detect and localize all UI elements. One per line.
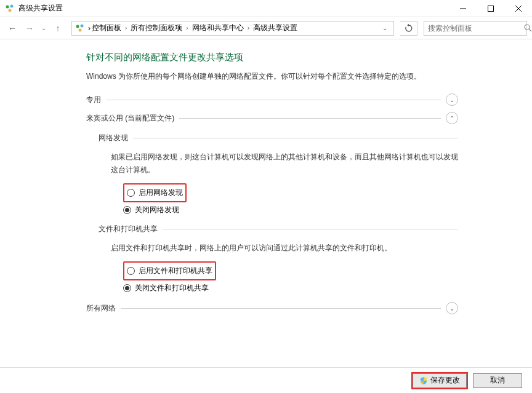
divider [106, 100, 441, 100]
section-header: 文件和打印机共享 [99, 224, 458, 234]
back-button[interactable]: ← [5, 21, 20, 36]
radio-disable-sharing[interactable]: 关闭文件和打印机共享 [123, 283, 458, 293]
section-title: 网络发现 [99, 133, 128, 143]
highlight-enable-sharing: 启用文件和打印机共享 [123, 261, 216, 280]
breadcrumb-sep: › [183, 25, 190, 31]
profile-guest-header[interactable]: 来宾或公用 (当前配置文件) ⌃ [86, 112, 458, 124]
divider [163, 229, 458, 229]
radio-enable-discovery[interactable]: 启用网络发现 [127, 188, 183, 198]
control-panel-icon [75, 23, 86, 34]
shield-icon [419, 376, 428, 385]
up-button[interactable]: ↑ [50, 21, 65, 36]
divider [121, 308, 441, 309]
section-description: 启用文件和打印机共享时，网络上的用户可以访问通过此计算机共享的文件和打印机。 [111, 242, 458, 254]
radio-group-file-sharing: 启用文件和打印机共享 关闭文件和打印机共享 [123, 261, 458, 293]
breadcrumb: 控制面板 › 所有控制面板项 › 网络和共享中心 › 高级共享设置 [91, 23, 379, 33]
section-header: 网络发现 [99, 133, 458, 143]
divider [179, 118, 441, 119]
svg-rect-4 [488, 6, 493, 11]
svg-point-2 [9, 9, 12, 12]
window-controls [449, 0, 532, 17]
radio-icon [127, 267, 135, 275]
maximize-button[interactable] [477, 0, 504, 17]
profile-private: 专用 ⌄ [86, 93, 458, 106]
profile-all-header[interactable]: 所有网络 ⌄ [86, 302, 458, 314]
radio-label: 关闭文件和打印机共享 [135, 283, 209, 293]
breadcrumb-sep: › [123, 25, 129, 31]
radio-icon [127, 189, 135, 197]
section-title: 文件和打印机共享 [99, 224, 158, 234]
section-description: 如果已启用网络发现，则这台计算机可以发现网络上的其他计算机和设备，而且其他网络计… [111, 151, 458, 176]
radio-icon-selected [123, 284, 131, 292]
profile-private-label: 专用 [86, 95, 101, 105]
svg-line-11 [529, 29, 531, 31]
highlight-enable-discovery: 启用网络发现 [123, 183, 187, 202]
history-dropdown[interactable]: ⌄ [39, 25, 48, 31]
refresh-button[interactable] [400, 21, 417, 36]
svg-point-10 [525, 25, 530, 30]
radio-label: 关闭网络发现 [135, 205, 179, 215]
forward-button[interactable]: → [22, 21, 37, 36]
svg-point-8 [81, 24, 84, 27]
profile-private-header[interactable]: 专用 ⌄ [86, 93, 458, 106]
svg-point-0 [6, 5, 9, 8]
svg-point-7 [76, 25, 79, 28]
breadcrumb-item[interactable]: 所有控制面板项 [129, 23, 183, 33]
section-file-sharing: 文件和打印机共享 启用文件和打印机共享时，网络上的用户可以访问通过此计算机共享的… [99, 224, 458, 293]
save-button-label: 保存更改 [430, 375, 460, 386]
profile-all-networks: 所有网络 ⌄ [86, 302, 458, 314]
search-box[interactable] [424, 21, 527, 36]
address-dropdown[interactable]: ⌄ [379, 25, 391, 31]
divider [133, 138, 458, 138]
footer: 保存更改 取消 [0, 367, 532, 393]
breadcrumb-item[interactable]: 控制面板 [91, 23, 123, 33]
chevron-down-icon[interactable]: ⌄ [446, 302, 458, 314]
radio-disable-discovery[interactable]: 关闭网络发现 [123, 205, 458, 215]
close-button[interactable] [504, 0, 532, 17]
radio-enable-sharing[interactable]: 启用文件和打印机共享 [127, 266, 212, 276]
search-icon[interactable] [524, 24, 532, 32]
titlebar: 高级共享设置 [0, 0, 532, 17]
radio-icon-selected [123, 206, 131, 214]
search-input[interactable] [424, 24, 524, 33]
svg-point-9 [79, 28, 82, 31]
profile-guest: 来宾或公用 (当前配置文件) ⌃ 网络发现 如果已启用网络发现，则这台计算机可以… [86, 112, 458, 293]
radio-label: 启用文件和打印机共享 [139, 266, 212, 276]
breadcrumb-item[interactable]: 网络和共享中心 [191, 23, 245, 33]
save-button[interactable]: 保存更改 [413, 373, 467, 388]
breadcrumb-item[interactable]: 高级共享设置 [252, 23, 299, 33]
cancel-button-label: 取消 [490, 375, 505, 386]
app-icon [5, 4, 15, 14]
cancel-button[interactable]: 取消 [473, 373, 522, 388]
chevron-down-icon[interactable]: ⌄ [446, 93, 458, 106]
content-area: 针对不同的网络配置文件更改共享选项 Windows 为你所使用的每个网络创建单独… [0, 39, 532, 314]
radio-label: 启用网络发现 [139, 188, 183, 198]
minimize-button[interactable] [449, 0, 477, 17]
section-network-discovery: 网络发现 如果已启用网络发现，则这台计算机可以发现网络上的其他计算机和设备，而且… [99, 133, 458, 215]
window-title: 高级共享设置 [18, 3, 63, 14]
address-bar[interactable]: › 控制面板 › 所有控制面板项 › 网络和共享中心 › 高级共享设置 ⌄ [71, 21, 394, 36]
radio-group-network-discovery: 启用网络发现 关闭网络发现 [123, 183, 458, 215]
svg-point-1 [10, 4, 14, 7]
navbar: ← → ⌄ ↑ › 控制面板 › 所有控制面板项 › 网络和共享中心 › 高级共… [0, 17, 532, 39]
profile-all-label: 所有网络 [86, 303, 116, 314]
page-title: 针对不同的网络配置文件更改共享选项 [86, 52, 458, 63]
profile-guest-label: 来宾或公用 (当前配置文件) [86, 113, 174, 124]
breadcrumb-sep: › [245, 25, 252, 31]
chevron-up-icon[interactable]: ⌃ [446, 112, 458, 124]
page-description: Windows 为你所使用的每个网络创建单独的网络配置文件。你可以针对每个配置文… [86, 71, 458, 82]
